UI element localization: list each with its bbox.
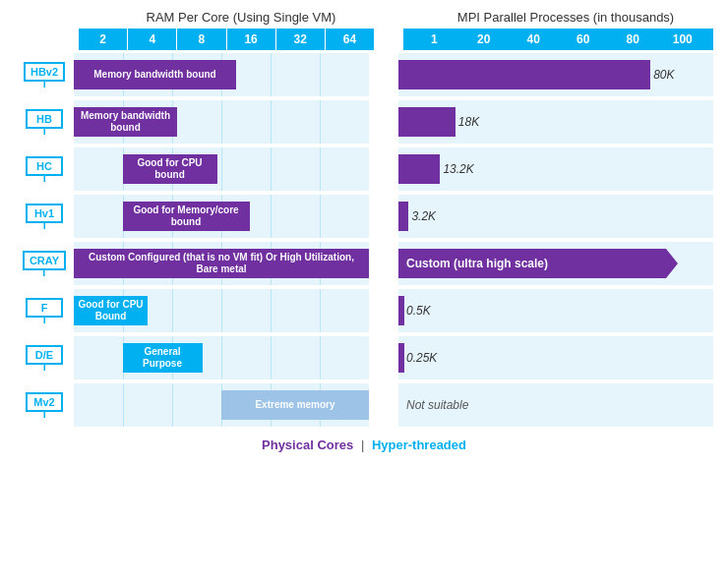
vm-row: HBv2Memory bandwidth bound80K — [15, 52, 713, 97]
mpi-bar-area: 0.25K — [398, 336, 713, 379]
ram-scale-cell: 64 — [326, 29, 374, 50]
vm-row: CRAYCustom Configured (that is no VM fit… — [15, 241, 713, 286]
mpi-value: 80K — [653, 68, 674, 82]
mpi-small-bar — [398, 343, 404, 373]
vm-box: Hv1 — [26, 204, 63, 223]
ram-bar: Good for Memory/core bound — [123, 202, 250, 231]
vm-label: D/E — [15, 345, 74, 371]
ram-bar: Memory bandwidth bound — [74, 60, 236, 89]
ram-bar-area: Good for CPU Bound — [74, 289, 369, 332]
ram-title: RAM Per Core (Using Single VM) — [93, 10, 389, 25]
ram-bar-area: Memory bandwidth bound — [74, 53, 369, 96]
mpi-bar — [398, 60, 650, 89]
physical-cores-label: Physical Cores — [262, 437, 353, 452]
ram-scale-cell: 32 — [276, 29, 326, 50]
mpi-bar-area: 0.5K — [398, 289, 713, 332]
footer-separator: | — [361, 437, 364, 452]
ram-bar-area: Extreme memory — [74, 383, 369, 427]
mpi-small-bar — [398, 296, 404, 325]
mpi-value: 0.25K — [406, 351, 437, 365]
vm-box: HBv2 — [24, 62, 65, 82]
vm-box: CRAY — [23, 251, 66, 270]
vm-label: Mv2 — [15, 392, 74, 418]
mpi-value: 18K — [458, 115, 479, 129]
mpi-scale-tick: 20 — [459, 32, 510, 46]
data-rows: HBv2Memory bandwidth bound80KHBMemory ba… — [15, 52, 713, 430]
vm-label: HB — [15, 109, 74, 135]
footer: Physical Cores | Hyper-threaded — [15, 437, 713, 452]
mpi-bar-area: Not suitable — [398, 383, 713, 427]
ram-bar: General Purpose — [123, 343, 203, 373]
titles-row: RAM Per Core (Using Single VM) MPI Paral… — [15, 10, 713, 25]
vm-label: CRAY — [15, 251, 74, 276]
mpi-bar-area: 13.2K — [398, 147, 713, 191]
ram-bar: Good for CPU bound — [123, 154, 217, 184]
mpi-value: 13.2K — [443, 162, 473, 176]
scale-row: 248163264 120406080100 — [15, 29, 713, 50]
ram-scale: 248163264 — [79, 29, 374, 50]
vm-box: Mv2 — [26, 392, 63, 412]
vm-box: F — [26, 298, 63, 318]
vm-row: Mv2Extreme memoryNot suitable — [15, 382, 713, 428]
mpi-scale-tick: 100 — [658, 32, 708, 46]
mpi-arrow-bar: Custom (ultra high scale) — [398, 249, 666, 278]
ram-bar: Extreme memory — [221, 390, 369, 420]
vm-row: HBMemory bandwidth bound18K — [15, 99, 713, 145]
vm-label: Hv1 — [15, 204, 74, 229]
ram-bar-area: General Purpose — [74, 336, 369, 379]
mpi-scale-tick: 1 — [409, 32, 459, 46]
vm-row: FGood for CPU Bound0.5K — [15, 288, 713, 333]
hyper-threaded-label: Hyper-threaded — [372, 437, 466, 452]
ram-bar: Custom Configured (that is no VM fit) Or… — [74, 249, 369, 278]
mpi-value: 0.5K — [406, 304, 431, 318]
mpi-title: MPI Parallel Processes (in thousands) — [418, 10, 713, 25]
mpi-scale: 120406080100 — [403, 29, 713, 50]
mpi-bar — [398, 107, 455, 137]
vm-row: HCGood for CPU bound13.2K — [15, 146, 713, 192]
ram-scale-cell: 16 — [227, 29, 276, 50]
vm-box: D/E — [26, 345, 63, 365]
mpi-value: 3.2K — [411, 209, 436, 223]
ram-scale-cell: 2 — [79, 29, 128, 50]
ram-bar: Good for CPU Bound — [74, 296, 148, 325]
vm-row: D/EGeneral Purpose0.25K — [15, 335, 713, 380]
mpi-scale-tick: 80 — [608, 32, 658, 46]
mpi-bar-area: Custom (ultra high scale) — [398, 242, 713, 285]
vm-box: HB — [26, 109, 63, 129]
ram-scale-cell: 8 — [177, 29, 226, 50]
ram-bar-area: Memory bandwidth bound — [74, 100, 369, 144]
mpi-scale-tick: 40 — [509, 32, 559, 46]
ram-bar-area: Good for Memory/core bound — [74, 195, 369, 238]
ram-bar-area: Good for CPU bound — [74, 147, 369, 191]
ram-scale-cell: 4 — [128, 29, 177, 50]
vm-box: HC — [26, 156, 63, 176]
mpi-scale-tick: 60 — [559, 32, 609, 46]
mpi-bar-area: 80K — [398, 53, 713, 96]
mpi-not-suitable: Not suitable — [398, 398, 468, 412]
vm-row: Hv1Good for Memory/core bound3.2K — [15, 194, 713, 239]
vm-label: F — [15, 298, 74, 323]
ram-bar: Memory bandwidth bound — [74, 107, 177, 137]
vm-label: HBv2 — [15, 62, 74, 87]
mpi-bar-area: 3.2K — [398, 195, 713, 238]
ram-bar-area: Custom Configured (that is no VM fit) Or… — [74, 242, 369, 285]
mpi-bar-area: 18K — [398, 100, 713, 144]
mpi-bar — [398, 154, 440, 184]
vm-label: HC — [15, 156, 74, 182]
mpi-bar — [398, 202, 408, 231]
